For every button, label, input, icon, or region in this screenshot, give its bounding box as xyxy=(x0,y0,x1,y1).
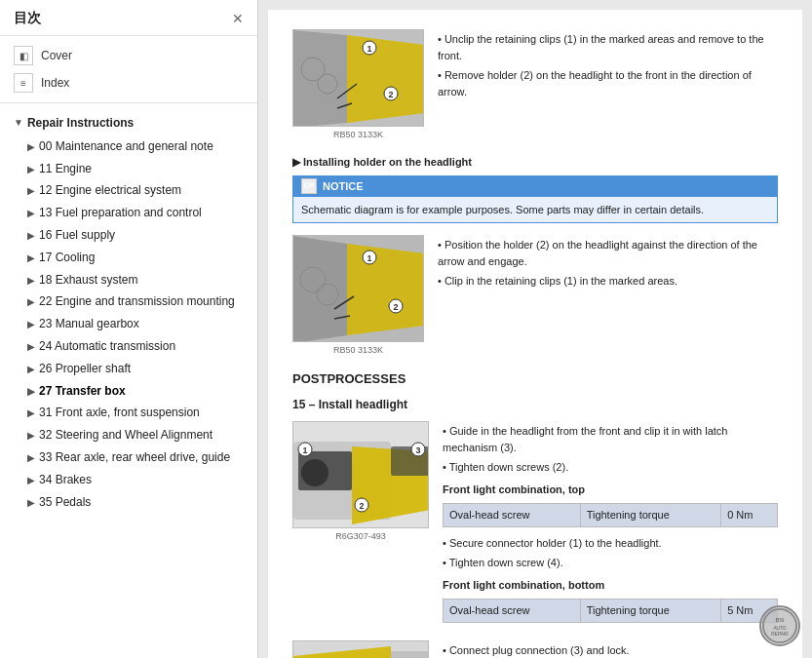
label-35: 35 Pedals xyxy=(39,494,91,511)
svg-text:2: 2 xyxy=(388,90,393,99)
svg-text:3: 3 xyxy=(415,445,420,455)
clip-bullet-1: Clip in the retaining clips (1) in the m… xyxy=(438,271,778,291)
arrow-00: ▶ xyxy=(27,140,35,154)
arrow-35: ▶ xyxy=(27,496,35,510)
table-bottom-col2: Tightening torque xyxy=(580,600,721,623)
arrow-27: ▶ xyxy=(27,385,35,399)
arrow-26: ▶ xyxy=(27,363,35,376)
sidebar-item-16[interactable]: ▶ 16 Fuel supply xyxy=(0,224,257,247)
arrow-18: ▶ xyxy=(27,274,35,288)
sidebar-item-34[interactable]: ▶ 34 Brakes xyxy=(0,469,257,491)
unclip-bullet-2: Remove holder (2) on the headlight to th… xyxy=(438,65,778,101)
sidebar-item-13[interactable]: ▶ 13 Fuel preparation and control xyxy=(0,202,257,224)
img2-label: RB50 3133K xyxy=(292,344,424,358)
label-27: 27 Transfer box xyxy=(39,383,126,400)
sidebar-item-repair-instructions[interactable]: ▼ Repair Instructions xyxy=(0,111,257,135)
table-bottom-col1: Oval-head screw xyxy=(444,600,581,623)
installing-header: ▶ Installing holder on the headlight xyxy=(292,154,778,171)
svg-text:REPAIR: REPAIR xyxy=(771,632,789,637)
headlight-image-3: 1 2 3 xyxy=(292,421,429,528)
postprocesses-title: POSTPROCESSES xyxy=(292,369,778,389)
img1-label: RB50 3133K xyxy=(292,129,424,142)
connect-plug-bullet: Connect plug connection (3) and lock. xyxy=(443,640,778,659)
svg-text:2: 2 xyxy=(359,501,364,511)
section-position: 1 2 RB50 3133K Position the holder (2) o… xyxy=(292,235,778,358)
sidebar: 目次 ✕ ◧ Cover ≡ Index ▼ Repair Instructio… xyxy=(0,0,258,658)
step15-bottom-section: 1 2 3 4 RWFAT 494 Connect plug connectio… xyxy=(292,640,778,659)
tighten-table-bottom: Oval-head screw Tightening torque 5 Nm xyxy=(443,599,778,623)
unclip-bullets: Unclip the retaining clips (1) in the ma… xyxy=(438,29,778,101)
headlight-image-4: 1 2 3 4 xyxy=(292,640,429,659)
arrow-11: ▶ xyxy=(27,163,35,176)
step15-bottom-text: Connect plug connection (3) and lock. Se… xyxy=(443,640,778,659)
label-16: 16 Fuel supply xyxy=(39,227,115,244)
sidebar-item-12[interactable]: ▶ 12 Engine electrical system xyxy=(0,179,257,202)
label-24: 24 Automatic transmission xyxy=(39,338,175,355)
headlight-image-1: 1 2 xyxy=(292,29,424,127)
tighten-bullets: Tighten down screw (4). xyxy=(443,553,778,573)
repair-instructions-arrow: ▼ xyxy=(14,116,23,130)
sidebar-item-22[interactable]: ▶ 22 Engine and transmission mounting xyxy=(0,290,257,313)
step15-bullets: Guide in the headlight from the front an… xyxy=(443,421,778,478)
sidebar-item-35[interactable]: ▶ 35 Pedals xyxy=(0,491,257,514)
sidebar-icons-section: ◧ Cover ≡ Index xyxy=(0,36,257,103)
headlight-image-2: 1 2 xyxy=(292,235,424,342)
arrow-16: ▶ xyxy=(27,229,35,243)
sidebar-item-26[interactable]: ▶ 26 Propeller shaft xyxy=(0,358,257,380)
label-11: 11 Engine xyxy=(39,161,92,177)
arrow-12: ▶ xyxy=(27,184,35,198)
notice-icon: CP xyxy=(301,178,317,194)
sidebar-close-button[interactable]: ✕ xyxy=(232,11,244,26)
sidebar-item-33[interactable]: ▶ 33 Rear axle, rear wheel drive, guide xyxy=(0,446,257,469)
label-17: 17 Cooling xyxy=(39,250,95,266)
svg-marker-12 xyxy=(347,244,424,335)
img3-label: R6G307-493 xyxy=(292,530,429,544)
label-31: 31 Front axle, front suspension xyxy=(39,405,200,421)
position-bullets: Position the holder (2) on the headlight… xyxy=(438,235,778,291)
watermark: BSI AUTO REPAIR xyxy=(759,605,800,646)
svg-text:BSI: BSI xyxy=(775,617,785,623)
cover-row[interactable]: ◧ Cover xyxy=(14,46,244,65)
section-position-text: Position the holder (2) on the headlight… xyxy=(438,235,778,291)
label-18: 18 Exhaust system xyxy=(39,272,137,289)
sidebar-item-32[interactable]: ▶ 32 Steering and Wheel Alignment xyxy=(0,424,257,446)
guide-bullet: Guide in the headlight from the front an… xyxy=(443,421,778,457)
svg-text:1: 1 xyxy=(367,253,371,263)
sidebar-item-31[interactable]: ▶ 31 Front axle, front suspension xyxy=(0,402,257,424)
doc-page: 1 2 RB50 3133K Unclip the retaining clip… xyxy=(268,10,802,658)
label-22: 22 Engine and transmission mounting xyxy=(39,293,235,310)
svg-marker-13 xyxy=(293,236,347,342)
sidebar-item-27[interactable]: ▶ 27 Transfer box xyxy=(0,380,257,403)
svg-text:2: 2 xyxy=(393,302,398,312)
label-00: 00 Maintenance and general note xyxy=(39,138,213,155)
front-light-top-title: Front light combination, top xyxy=(443,482,778,498)
notice-title: NOTICE xyxy=(323,178,364,195)
svg-text:1: 1 xyxy=(367,44,371,54)
table-top-col2: Tightening torque xyxy=(580,504,721,527)
arrow-24: ▶ xyxy=(27,340,35,354)
secure-connector-bullet: Secure connector holder (1) to the headl… xyxy=(443,533,778,554)
label-32: 32 Steering and Wheel Alignment xyxy=(39,427,213,444)
section-unclip-text: Unclip the retaining clips (1) in the ma… xyxy=(438,29,778,101)
section-unclip: 1 2 RB50 3133K Unclip the retaining clip… xyxy=(292,29,778,142)
sidebar-header: 目次 ✕ xyxy=(0,0,257,36)
sidebar-item-11[interactable]: ▶ 11 Engine xyxy=(0,158,257,180)
sidebar-nav: ▼ Repair Instructions ▶ 00 Maintenance a… xyxy=(0,103,257,658)
arrow-32: ▶ xyxy=(27,429,35,443)
svg-marker-1 xyxy=(347,35,424,123)
sidebar-item-23[interactable]: ▶ 23 Manual gearbox xyxy=(0,313,257,335)
notice-body: Schematic diagram is for example purpose… xyxy=(293,197,777,223)
label-12: 12 Engine electrical system xyxy=(39,182,181,199)
cover-icon: ◧ xyxy=(14,46,33,65)
unclip-bullet-1: Unclip the retaining clips (1) in the ma… xyxy=(438,29,778,65)
sidebar-item-00[interactable]: ▶ 00 Maintenance and general note xyxy=(0,135,257,158)
sidebar-item-17[interactable]: ▶ 17 Cooling xyxy=(0,247,257,269)
tighten-down-bullet: Tighten down screw (4). xyxy=(443,553,778,573)
svg-text:AUTO: AUTO xyxy=(773,626,786,631)
sidebar-item-18[interactable]: ▶ 18 Exhaust system xyxy=(0,269,257,291)
front-light-bottom-title: Front light combination, bottom xyxy=(443,577,778,594)
index-row[interactable]: ≡ Index xyxy=(14,73,244,93)
sidebar-item-24[interactable]: ▶ 24 Automatic transmission xyxy=(0,335,257,358)
connect-bullets: Connect plug connection (3) and lock. Se… xyxy=(443,640,778,659)
tighten-bullet: Tighten down screws (2). xyxy=(443,457,778,478)
